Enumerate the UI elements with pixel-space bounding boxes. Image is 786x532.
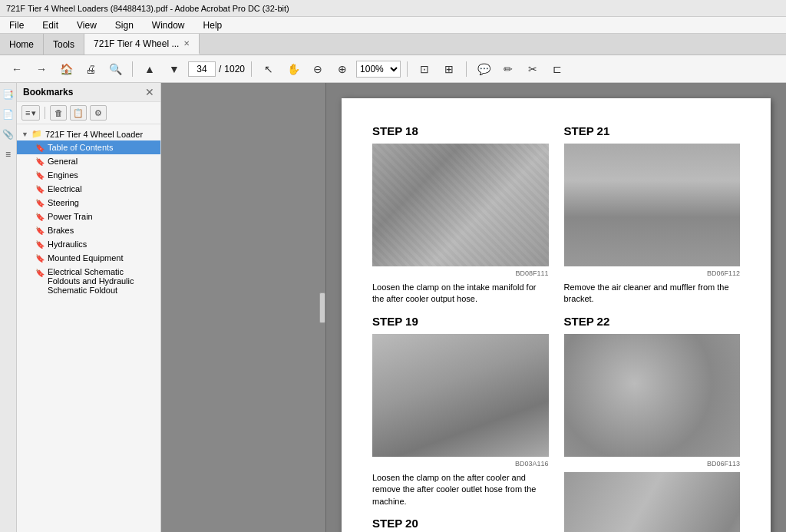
- bookmark-label-2: Engines: [48, 170, 78, 180]
- bookmark-item-brakes[interactable]: 🔖 Brakes: [17, 223, 160, 237]
- bookmark-tree: ▼ 📁 721F Tier 4 Wheel Loader 🔖 Table of …: [17, 124, 160, 532]
- bookmark-icon-7: 🔖: [35, 240, 45, 249]
- right-column: STEP 21 BD06F112 Remove the air cleaner …: [564, 121, 741, 532]
- pages-icon[interactable]: 📄: [2, 107, 15, 121]
- hand-tool-button[interactable]: ✋: [282, 59, 304, 79]
- menu-edit[interactable]: Edit: [39, 18, 61, 32]
- next-page-button[interactable]: ▼: [163, 59, 185, 79]
- step-18-img-sim: [372, 144, 549, 266]
- sep2: [251, 61, 252, 77]
- step-22-img-sim-bottom: [564, 472, 741, 532]
- bookmark-item-steering[interactable]: 🔖 Steering: [17, 196, 160, 210]
- bookmark-root[interactable]: ▼ 📁 721F Tier 4 Wheel Loader: [17, 127, 160, 140]
- layers-icon[interactable]: ≡: [2, 147, 15, 161]
- bookmark-label-8: Mounted Equipment: [48, 253, 123, 263]
- step-19-caption: BD03A116: [372, 460, 549, 468]
- bookmark-item-toc[interactable]: 🔖 Table of Contents: [17, 140, 160, 154]
- root-expand-icon: ▼: [21, 131, 28, 138]
- pen-button[interactable]: ✏: [497, 59, 519, 79]
- tab-close-icon[interactable]: ✕: [183, 39, 190, 48]
- back-button[interactable]: ←: [6, 59, 28, 79]
- bookmark-icon-8: 🔖: [35, 254, 45, 263]
- step-18-image: [372, 144, 549, 266]
- attachments-icon[interactable]: 📎: [2, 127, 15, 141]
- step-21-heading: STEP 21: [564, 124, 741, 137]
- sep1: [132, 61, 133, 77]
- bookmark-item-schematic[interactable]: 🔖 Electrical Schematic Foldouts and Hydr…: [17, 265, 160, 297]
- fit-page-button[interactable]: ⊡: [414, 59, 435, 79]
- tab-bar: Home Tools 721F Tier 4 Wheel ... ✕: [0, 34, 786, 55]
- step-21-image: [564, 144, 741, 266]
- bookmark-label-4: Steering: [48, 198, 79, 207]
- bookmark-icon-9: 🔖: [35, 269, 45, 277]
- menu-view[interactable]: View: [74, 18, 100, 32]
- step-18-text: Loosen the clamp on the intake manifold …: [372, 282, 549, 306]
- bookmark-item-powertrain[interactable]: 🔖 Power Train: [17, 210, 160, 223]
- step-22-section: STEP 22 BD06F113 BD06F114 Remove the fou…: [564, 315, 741, 532]
- bookmarks-header: Bookmarks ✕: [17, 83, 160, 102]
- zoom-in-toolbar-button[interactable]: 🔍: [104, 59, 126, 79]
- bookmarks-close-button[interactable]: ✕: [145, 86, 154, 98]
- step-18-section: STEP 18 BD08F111 Loosen the clamp on the…: [372, 124, 549, 306]
- prev-page-button[interactable]: ▲: [139, 59, 160, 79]
- bookmark-item-hydraulics[interactable]: 🔖 Hydraulics: [17, 237, 160, 251]
- zoom-out-button[interactable]: ⊖: [307, 59, 329, 79]
- home-toolbar-button[interactable]: 🏠: [55, 59, 77, 79]
- menu-file[interactable]: File: [6, 18, 27, 32]
- sep3: [407, 61, 408, 77]
- bookmark-icon-2: 🔖: [35, 171, 45, 180]
- print-button[interactable]: 🖨: [80, 59, 101, 79]
- page-number-input[interactable]: [188, 61, 216, 77]
- forward-button[interactable]: →: [31, 59, 52, 79]
- menu-sign[interactable]: Sign: [112, 18, 137, 32]
- pdf-page: STEP 18 BD08F111 Loosen the clamp on the…: [342, 98, 771, 532]
- expand-all-button[interactable]: ≡ ▾: [21, 105, 40, 121]
- zoom-select[interactable]: 100% 75% 125% 150% 200%: [356, 61, 401, 78]
- tab-home[interactable]: Home: [0, 34, 44, 55]
- tab-home-label: Home: [9, 39, 34, 50]
- page-separator: /: [219, 64, 221, 74]
- root-label: 721F Tier 4 Wheel Loader: [45, 130, 143, 139]
- bookmark-label-5: Power Train: [48, 212, 93, 221]
- highlight-button[interactable]: ✂: [522, 59, 543, 79]
- share-button[interactable]: ⊏: [547, 59, 568, 79]
- step-20-heading: STEP 20: [372, 517, 549, 530]
- left-column: STEP 18 BD08F111 Loosen the clamp on the…: [372, 121, 549, 532]
- step-20-section: STEP 20 BD06F110 Loosen the exhaust clam…: [372, 517, 549, 532]
- new-bookmark-button[interactable]: 📋: [70, 105, 87, 121]
- bookmarks-icon[interactable]: 📑: [2, 88, 15, 101]
- step-18-caption: BD08F111: [372, 269, 549, 277]
- step-22-caption-top: BD06F113: [564, 460, 741, 468]
- bookmark-icon-1: 🔖: [35, 157, 45, 166]
- cursor-tool-button[interactable]: ↖: [258, 59, 279, 79]
- bookmark-icon-3: 🔖: [35, 185, 45, 193]
- zoom-in-button[interactable]: ⊕: [332, 59, 353, 79]
- tab-tools[interactable]: Tools: [44, 34, 84, 55]
- expand-label: ▾: [31, 108, 36, 118]
- bookmark-item-engines[interactable]: 🔖 Engines: [17, 168, 160, 182]
- pdf-layout: STEP 18 BD08F111 Loosen the clamp on the…: [372, 121, 740, 532]
- fit-width-button[interactable]: ⊞: [438, 59, 460, 79]
- pdf-content-area[interactable]: STEP 18 BD08F111 Loosen the clamp on the…: [326, 83, 786, 532]
- bookmark-label-7: Hydraulics: [48, 240, 87, 249]
- step-21-section: STEP 21 BD06F112 Remove the air cleaner …: [564, 124, 741, 306]
- panel-resize-handle[interactable]: [319, 292, 325, 323]
- step-19-img-sim: [372, 334, 549, 457]
- menu-help[interactable]: Help: [200, 18, 226, 32]
- bookmark-item-mounted[interactable]: 🔖 Mounted Equipment: [17, 251, 160, 265]
- bookmark-label-3: Electrical: [48, 184, 82, 193]
- bm-sep1: [45, 107, 45, 119]
- step-19-text: Loosen the clamp on the after cooler and…: [372, 472, 549, 507]
- sep4: [466, 61, 467, 77]
- menu-bar: File Edit View Sign Window Help: [0, 17, 786, 34]
- bookmark-item-general[interactable]: 🔖 General: [17, 154, 160, 168]
- bookmark-item-electrical[interactable]: 🔖 Electrical: [17, 182, 160, 196]
- delete-bookmark-button[interactable]: 🗑: [50, 105, 67, 121]
- menu-window[interactable]: Window: [149, 18, 188, 32]
- properties-bookmark-button[interactable]: ⚙: [90, 105, 107, 121]
- step-19-heading: STEP 19: [372, 315, 549, 328]
- tab-document[interactable]: 721F Tier 4 Wheel ... ✕: [84, 34, 200, 55]
- bookmarks-panel: Bookmarks ✕ ≡ ▾ 🗑 📋 ⚙ ▼ 📁 721F Tier 4 Wh…: [17, 83, 161, 532]
- comment-button[interactable]: 💬: [473, 59, 494, 79]
- main-area: 📑 📄 📎 ≡ Bookmarks ✕ ≡ ▾ 🗑 📋 ⚙ ▼ 📁 721F T…: [0, 83, 786, 532]
